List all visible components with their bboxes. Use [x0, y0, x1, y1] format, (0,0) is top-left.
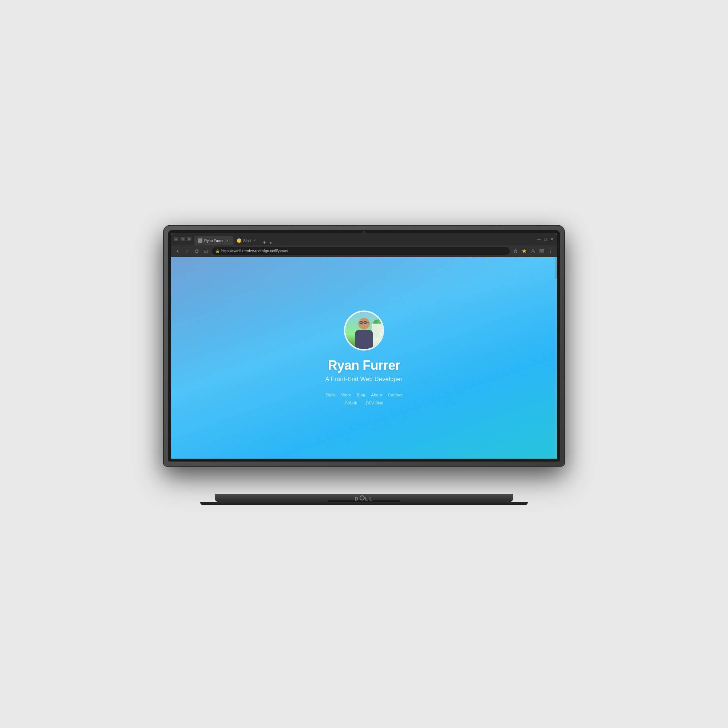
nav-link-work[interactable]: Work	[341, 393, 351, 397]
svg-point-6	[550, 251, 551, 252]
glasses-right	[364, 321, 367, 324]
refresh-button[interactable]	[193, 248, 200, 255]
svg-rect-4	[542, 252, 543, 253]
nav-link-blog[interactable]: Blog	[357, 393, 365, 397]
lock-icon: 🔒	[216, 249, 219, 253]
window-minimize-btn[interactable]: ─	[537, 236, 541, 242]
screen-bezel: ─ □ ✕ Ryan Furrer ✕	[168, 230, 560, 462]
website-content: Ryan Furrer A Front-End Web Developer Sk…	[171, 257, 557, 459]
scrollbar-thumb[interactable]	[555, 257, 557, 279]
address-bar[interactable]: 🔒 https://ryanfurrerdev-redesign.netlify…	[212, 247, 509, 255]
github-link[interactable]: GitHub	[345, 401, 357, 405]
tabs-area: Ryan Furrer ✕ Start ✕ + ▾	[194, 233, 537, 245]
new-tab-button[interactable]: +	[261, 240, 268, 245]
laptop-lid: ─ □ ✕ Ryan Furrer ✕	[164, 226, 564, 466]
background-object	[372, 324, 382, 349]
browser-tab-inactive[interactable]: Start ✕	[233, 236, 261, 245]
home-button[interactable]	[202, 248, 210, 255]
window-maximize-btn[interactable]: □	[544, 237, 547, 241]
window-controls: ─ □ ✕	[174, 237, 191, 241]
nav-link-skills[interactable]: Skills	[326, 393, 335, 397]
svg-rect-2	[542, 249, 543, 251]
menu-icon[interactable]	[547, 248, 554, 255]
screen-reflection	[171, 257, 557, 317]
glasses-left	[359, 321, 363, 324]
tab-favicon-2	[237, 239, 241, 243]
extensions-icon[interactable]	[538, 248, 545, 255]
hero-subtitle: A Front-End Web Developer	[326, 376, 402, 382]
laptop-base: D LL	[215, 494, 513, 502]
browser-toolbar: 🔒 https://ryanfurrerdev-redesign.netlify…	[171, 245, 557, 257]
svg-point-5	[550, 249, 551, 250]
laptop-stand	[200, 502, 528, 505]
minimize-button[interactable]: ─	[174, 237, 178, 241]
svg-rect-1	[540, 249, 541, 251]
tab-favicon	[198, 239, 202, 243]
forward-button[interactable]	[184, 248, 191, 255]
close-button[interactable]: ✕	[187, 237, 191, 241]
toolbar-actions	[512, 248, 554, 255]
tab-dropdown-button[interactable]: ▾	[268, 241, 273, 245]
avatar-person	[346, 318, 382, 349]
browser-window: ─ □ ✕ Ryan Furrer ✕	[171, 233, 557, 459]
laptop: ─ □ ✕ Ryan Furrer ✕	[164, 226, 564, 502]
svg-point-7	[550, 252, 551, 252]
profile-icon[interactable]	[529, 248, 537, 255]
tab-label: Ryan Furrer	[204, 239, 223, 243]
browser-tab-active[interactable]: Ryan Furrer ✕	[194, 236, 233, 245]
external-links: GitHub DEV Blog	[345, 401, 383, 405]
tab-label-2: Start	[243, 239, 251, 243]
website-nav: Skills Work Blog About Contact	[326, 393, 402, 397]
person-body	[355, 330, 373, 349]
avatar	[344, 310, 384, 350]
person-head	[358, 318, 370, 329]
favorites-icon[interactable]	[520, 248, 528, 255]
restore-button[interactable]: □	[180, 237, 185, 241]
hero-name: Ryan Furrer	[328, 358, 401, 373]
nav-link-about[interactable]: About	[371, 393, 382, 397]
window-close-btn[interactable]: ✕	[551, 237, 554, 242]
nav-link-contact[interactable]: Contact	[388, 393, 402, 397]
scrollbar-track[interactable]	[555, 257, 557, 459]
dell-logo: D LL	[355, 496, 373, 502]
tab-close-button[interactable]: ✕	[225, 239, 230, 243]
svg-rect-3	[540, 252, 541, 253]
url-text: https://ryanfurrerdev-redesign.netlify.c…	[221, 249, 288, 253]
tab-close-button-2[interactable]: ✕	[252, 239, 257, 243]
browser-titlebar: ─ □ ✕ Ryan Furrer ✕	[171, 233, 557, 245]
devblog-link[interactable]: DEV Blog	[366, 401, 383, 405]
camera-dot	[363, 231, 365, 233]
bookmark-star-icon[interactable]	[512, 248, 519, 255]
back-button[interactable]	[174, 248, 181, 255]
